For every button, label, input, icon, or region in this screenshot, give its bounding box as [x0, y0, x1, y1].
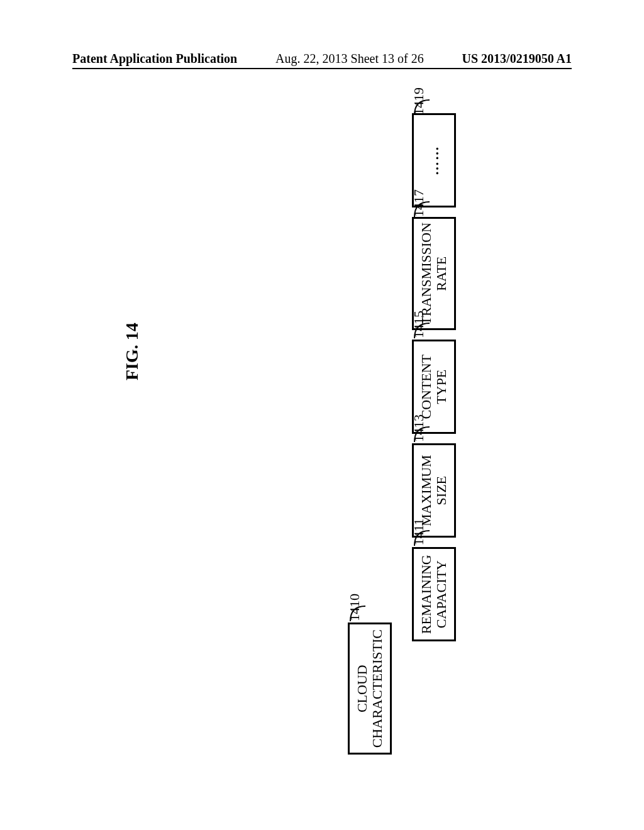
block-maximum-size: MAXIMUM SIZE — [412, 443, 456, 538]
block-maxsize-text: MAXIMUM SIZE — [419, 455, 449, 526]
block-content-text: CONTENT TYPE — [419, 355, 449, 419]
maxsize-line2: SIZE — [433, 476, 449, 505]
content-line1: CONTENT — [418, 355, 434, 419]
trans-line2: RATE — [433, 257, 449, 291]
figure-title-text: FIG. 14 — [122, 323, 142, 380]
block-more-text: …… — [426, 145, 441, 175]
remaining-line2: CAPACITY — [433, 560, 449, 628]
leader-1419 — [413, 96, 438, 121]
content-line2: TYPE — [433, 370, 449, 404]
header-rule — [72, 68, 572, 69]
remaining-line1: REMAINING — [418, 555, 434, 634]
cloud-line2: CHARACTERISTIC — [369, 629, 385, 748]
page-header: Patent Application Publication Aug. 22, … — [72, 52, 572, 66]
block-remaining-text: REMAINING CAPACITY — [419, 555, 449, 634]
header-sheet: Aug. 22, 2013 Sheet 13 of 26 — [237, 52, 462, 66]
maxsize-line1: MAXIMUM — [418, 455, 434, 526]
block-remaining-capacity: REMAINING CAPACITY — [412, 547, 456, 641]
cloud-line1: CLOUD — [354, 665, 370, 712]
header-docnum: US 2013/0219050 A1 — [462, 52, 572, 66]
block-more: …… — [412, 113, 456, 208]
block-content-type: CONTENT TYPE — [412, 340, 456, 434]
header-publication: Patent Application Publication — [72, 52, 237, 66]
block-cloud-characteristic: CLOUD CHARACTERISTIC — [348, 622, 392, 755]
figure-title: FIG. 14 — [122, 380, 197, 399]
block-cloud-characteristic-text: CLOUD CHARACTERISTIC — [355, 629, 385, 748]
patent-figure-page: { "header": { "publication": "Patent App… — [0, 0, 644, 830]
leader-1410 — [349, 602, 374, 628]
